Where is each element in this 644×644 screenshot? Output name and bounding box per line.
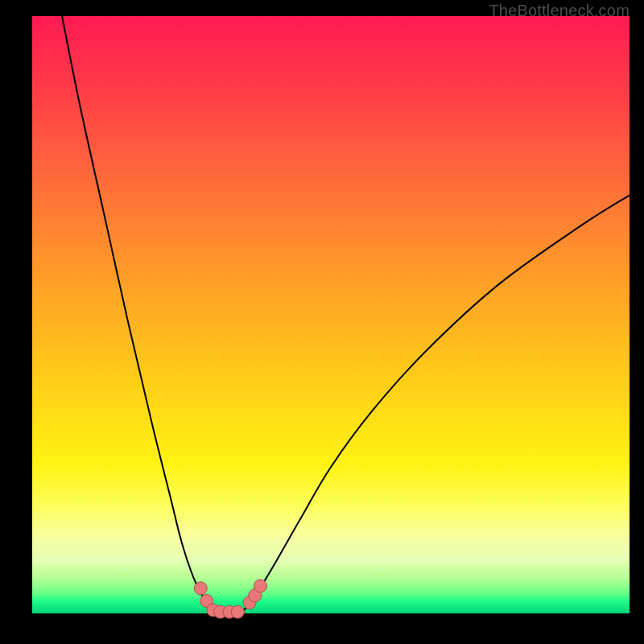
plot-area (32, 16, 630, 613)
bottleneck-curve-right (242, 196, 630, 613)
bottleneck-curve-left (62, 16, 216, 613)
data-marker (231, 605, 244, 618)
chart-frame: TheBottleneck.com (0, 0, 644, 644)
data-marker (254, 580, 266, 592)
marker-group (194, 580, 266, 618)
watermark-text: TheBottleneck.com (489, 2, 630, 20)
chart-svg (32, 16, 630, 613)
data-marker (194, 582, 207, 595)
